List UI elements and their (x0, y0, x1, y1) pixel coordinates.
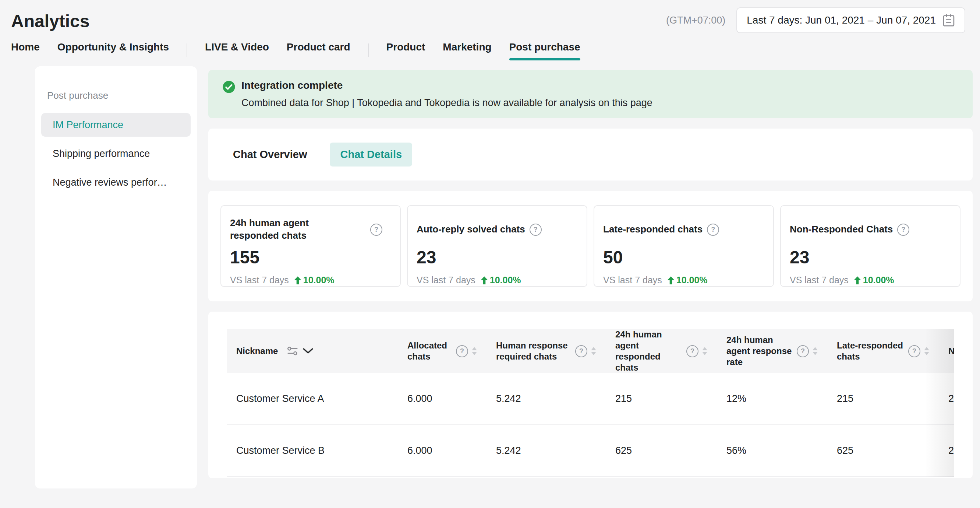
table-body: Customer Service A6.0005.24221512%2152Cu… (227, 373, 954, 476)
table-cell: 6.000 (398, 373, 487, 425)
table-column-header[interactable]: 24h human agent responded chats ? (606, 329, 717, 373)
filter-sliders-icon[interactable] (287, 346, 299, 356)
column-header-icons (282, 346, 313, 356)
stat-compare-label: VS last 7 days (603, 275, 662, 286)
date-range-picker[interactable]: Last 7 days: Jun 01, 2021 – Jun 07, 2021 (737, 7, 965, 33)
stat-compare: VS last 7 days 10.00% (230, 275, 391, 286)
main-nav: Home Opportunity & Insights LIVE & Video… (0, 41, 980, 61)
nav-tab[interactable]: Product (387, 41, 425, 61)
stat-value: 50 (603, 247, 764, 267)
help-icon[interactable]: ? (908, 345, 920, 357)
table-cell: Customer Service A (227, 373, 398, 425)
sort-icon[interactable] (591, 347, 596, 355)
nav-tab-label: Home (11, 41, 40, 53)
sort-icon[interactable] (813, 347, 818, 355)
sort-icon[interactable] (472, 347, 477, 355)
table-column-header[interactable]: Late-responded chats ? (827, 329, 939, 373)
stat-card: Non-Responded Chats ? 23 VS last 7 days … (780, 205, 961, 287)
calendar-icon (942, 14, 955, 27)
stat-change-value: 10.00% (303, 275, 334, 286)
column-header-icons: ? (686, 345, 707, 357)
table-cell: 5.242 (487, 425, 606, 476)
table-column-header[interactable]: 24h human agent response rate ? (717, 329, 827, 373)
nav-tab[interactable]: Marketing (443, 41, 491, 61)
active-tab-underline (509, 58, 580, 61)
stats-card: 24h human agent responded chats ? 155 VS… (208, 191, 973, 301)
table-cell: Customer Service B (227, 425, 398, 476)
sidebar-item-label: Shipping performance (52, 148, 150, 160)
stat-change-value: 10.00% (676, 275, 708, 286)
column-header-icons: ? (797, 345, 818, 357)
agents-table-card: Nickname Allocated chats ? (208, 312, 973, 478)
nav-tab[interactable]: Post purchase (509, 41, 580, 61)
column-header-icons: ? (575, 345, 596, 357)
stat-compare: VS last 7 days 10.00% (790, 275, 951, 286)
nav-tab-label: Product card (287, 41, 350, 53)
table-column-header[interactable]: Human response required chats ? (487, 329, 606, 373)
help-icon[interactable]: ? (575, 345, 587, 357)
nav-tab[interactable]: Product card (287, 41, 350, 61)
trend-up-icon (854, 276, 861, 284)
chat-tab[interactable]: Chat Overview (233, 149, 307, 161)
stat-compare-label: VS last 7 days (230, 275, 289, 286)
table-cell: 2 (939, 373, 954, 425)
stat-card: Late-responded chats ? 50 VS last 7 days… (593, 205, 774, 287)
stat-value: 23 (417, 247, 578, 267)
help-icon[interactable]: ? (797, 345, 809, 357)
stat-trend: 10.00% (667, 275, 708, 286)
main-content: Integration complete Combined data for S… (208, 70, 980, 489)
column-label: Human response required chats (496, 340, 571, 362)
chat-tab-label: Chat Details (340, 149, 402, 160)
stat-trend: 10.00% (480, 275, 521, 286)
banner-title: Integration complete (242, 80, 652, 91)
nav-tab[interactable]: Opportunity & Insights (57, 41, 169, 61)
trend-up-icon (480, 276, 488, 284)
table-column-header[interactable]: N cl (939, 329, 954, 373)
help-icon[interactable]: ? (370, 224, 382, 236)
nav-tab[interactable]: LIVE & Video (205, 41, 269, 61)
table-cell: 12% (717, 373, 827, 425)
check-circle-icon (222, 80, 235, 109)
help-icon[interactable]: ? (897, 224, 909, 236)
table-scroll-area[interactable]: Nickname Allocated chats ? (227, 329, 954, 477)
nav-tab-label: Product (387, 41, 425, 53)
nickname-header-icons (287, 346, 313, 356)
sidebar: Post purchase IM Performance Shipping pe… (35, 66, 197, 489)
chevron-down-icon[interactable] (303, 348, 313, 355)
sidebar-item[interactable]: IM Performance (41, 113, 191, 137)
column-header-icons: ? (456, 345, 477, 357)
help-icon[interactable]: ? (456, 345, 468, 357)
sidebar-item[interactable]: Shipping performance (41, 142, 191, 165)
table-cell: 625 (606, 425, 717, 476)
column-header-icons: ? (908, 345, 929, 357)
stat-card: Auto-reply solved chats ? 23 VS last 7 d… (407, 205, 587, 287)
chat-tabs-card: Chat Overview Chat Details (208, 129, 973, 181)
sidebar-items: IM Performance Shipping performance Nega… (35, 113, 197, 194)
table-cell: 5.242 (487, 373, 606, 425)
chat-tab[interactable]: Chat Details (330, 142, 412, 166)
stat-trend: 10.00% (854, 275, 894, 286)
sort-icon[interactable] (702, 347, 707, 355)
stat-title: Non-Responded Chats (790, 223, 893, 236)
help-icon[interactable]: ? (707, 224, 719, 236)
stat-card: 24h human agent responded chats ? 155 VS… (220, 205, 401, 287)
help-icon[interactable]: ? (686, 345, 698, 357)
table-column-header[interactable]: Nickname (227, 329, 398, 373)
nav-divider (186, 43, 187, 57)
nav-tab-label: Opportunity & Insights (57, 41, 169, 53)
table-column-header[interactable]: Allocated chats ? (398, 329, 487, 373)
topbar-right: (GTM+07:00) Last 7 days: Jun 01, 2021 – … (666, 7, 965, 33)
sidebar-item-label: Negative reviews perfor… (52, 177, 167, 188)
stat-value: 23 (790, 247, 951, 267)
help-icon[interactable]: ? (530, 224, 542, 236)
sort-icon[interactable] (924, 347, 929, 355)
stat-compare: VS last 7 days 10.00% (417, 275, 578, 286)
nav-tab[interactable]: Home (11, 41, 40, 61)
nav-tab-label: Post purchase (509, 41, 580, 53)
stat-title: Late-responded chats (603, 223, 703, 236)
column-label: Late-responded chats (837, 340, 904, 362)
stat-value: 155 (230, 247, 391, 267)
sidebar-section-label: Post purchase (35, 90, 197, 101)
top-bar: Analytics (GTM+07:00) Last 7 days: Jun 0… (0, 0, 980, 33)
sidebar-item[interactable]: Negative reviews perfor… (41, 171, 191, 194)
